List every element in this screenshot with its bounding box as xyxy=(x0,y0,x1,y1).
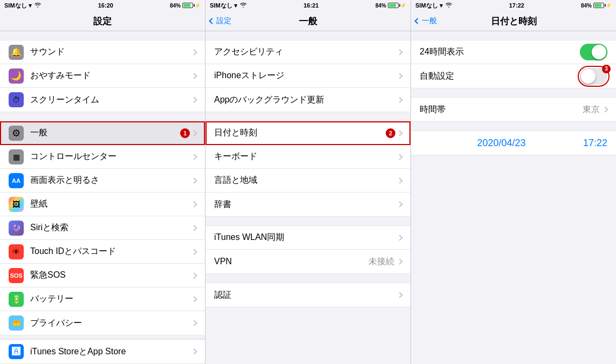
back-button-general[interactable]: 設定 xyxy=(210,16,231,26)
screentime-chevron xyxy=(191,97,197,102)
wallpaper-icon: 🖼 xyxy=(9,197,24,212)
back-button-datetime[interactable]: 一般 xyxy=(415,16,437,26)
settings-row-screentime[interactable]: ⏱ スクリーンタイム xyxy=(0,88,205,112)
battery-label: バッテリー xyxy=(30,293,192,305)
general-row-accessibility[interactable]: アクセシビリティ xyxy=(206,40,410,64)
date-display: 2020/04/23 xyxy=(420,138,583,149)
settings-row-privacy[interactable]: 🤲 プライバシー xyxy=(0,311,205,335)
touchid-chevron xyxy=(191,249,197,255)
datetime-row-autoset: 自動設定 3 xyxy=(411,64,616,88)
status-left-2: SIMなし ▾ xyxy=(210,2,247,10)
step-badge-3: 3 xyxy=(602,65,611,73)
settings-row-sos[interactable]: SOS 緊急SOS xyxy=(0,264,205,287)
display-chevron xyxy=(191,177,197,183)
back-chevron-datetime xyxy=(414,18,420,24)
language-chevron xyxy=(396,177,402,183)
settings-row-battery[interactable]: 🔋 バッテリー xyxy=(0,287,205,311)
step-badge-1: 1 xyxy=(180,128,190,138)
back-chevron-general xyxy=(209,18,215,24)
autoset-toggle-thumb xyxy=(581,69,596,84)
general-row-vpn[interactable]: VPN 未接続 xyxy=(206,250,410,273)
control-icon: ▦ xyxy=(9,149,24,164)
settings-row-general[interactable]: ⚙ 一般 1 xyxy=(0,121,205,145)
settings-header: 設定 xyxy=(0,11,205,31)
storage-label: iPhoneストレージ xyxy=(214,70,398,81)
accessibility-label: アクセシビリティ xyxy=(214,46,398,58)
general-chevron xyxy=(191,130,197,136)
general-row-keyboard[interactable]: キーボード xyxy=(206,145,410,169)
wifi-icon-2 xyxy=(239,2,247,9)
settings-group-top: 🔔 サウンド 🌙 おやすみモード ⏱ スクリーンタイム xyxy=(0,40,205,112)
wifi-icon-1 xyxy=(34,2,42,9)
auth-chevron xyxy=(396,292,402,298)
datetime-row-timezone[interactable]: 時間帯 東京 xyxy=(411,98,616,121)
wallpaper-chevron xyxy=(191,201,197,207)
timezone-value: 東京 xyxy=(583,104,600,115)
display-label: 画面表示と明るさ xyxy=(30,175,192,186)
control-chevron xyxy=(191,154,197,160)
time-display: 17:22 xyxy=(583,138,607,149)
battery-percent-1: 84% xyxy=(170,3,181,9)
general-row-language[interactable]: 言語と地域 xyxy=(206,169,410,193)
time-1: 16:20 xyxy=(98,2,113,9)
status-bar-panel2: SIMなし ▾ 16:21 84% ⚡ xyxy=(206,0,411,11)
vpn-label: VPN xyxy=(214,257,368,266)
settings-row-wallpaper[interactable]: 🖼 壁紙 xyxy=(0,193,205,216)
vpn-value: 未接続 xyxy=(368,256,394,267)
datetime-group-2: 時間帯 東京 xyxy=(411,97,616,122)
sound-label: サウンド xyxy=(30,46,192,58)
bolt-2: ⚡ xyxy=(400,3,406,8)
bolt-1: ⚡ xyxy=(195,3,201,8)
general-row-itunes-sync[interactable]: iTunes WLAN同期 xyxy=(206,226,410,250)
privacy-label: プライバシー xyxy=(30,318,192,329)
datetime-group-1: 24時間表示 自動設定 3 xyxy=(411,40,616,88)
settings-row-itunes[interactable]: 🅰 iTunes StoreとApp Store xyxy=(0,340,205,363)
general-title: 一般 xyxy=(214,15,402,28)
datetime-display-row[interactable]: 2020/04/23 17:22 xyxy=(411,131,616,155)
storage-chevron xyxy=(396,73,402,79)
itunes-sync-chevron xyxy=(396,235,402,241)
sos-label: 緊急SOS xyxy=(30,270,192,281)
sound-icon: 🔔 xyxy=(9,45,24,60)
24h-toggle-thumb xyxy=(592,45,606,59)
general-group-1: アクセシビリティ iPhoneストレージ Appのバックグラウンド更新 xyxy=(206,40,410,112)
touchid-icon: 👁 xyxy=(9,244,24,259)
battery-icon-3 xyxy=(593,3,604,8)
general-row-auth[interactable]: 認証 xyxy=(206,283,410,307)
battery-icon-row: 🔋 xyxy=(9,292,24,307)
24h-toggle[interactable] xyxy=(580,44,607,60)
battery-icon-1 xyxy=(182,3,193,8)
settings-row-control[interactable]: ▦ コントロールセンター xyxy=(0,145,205,169)
back-label-general: 設定 xyxy=(216,16,231,26)
general-row-datetime[interactable]: 日付と時刻 2 xyxy=(206,121,410,145)
dnd-chevron xyxy=(191,73,197,79)
timezone-label: 時間帯 xyxy=(420,104,583,115)
control-label: コントロールセンター xyxy=(30,151,192,162)
settings-row-dnd[interactable]: 🌙 おやすみモード xyxy=(0,64,205,88)
datetime-chevron xyxy=(396,130,402,136)
battery-icon-2 xyxy=(388,3,399,8)
privacy-chevron xyxy=(191,320,197,326)
settings-row-sound[interactable]: 🔔 サウンド xyxy=(0,40,205,64)
settings-title: 設定 xyxy=(9,15,196,28)
display-icon: AA xyxy=(9,173,24,188)
general-row-dict[interactable]: 辞書 xyxy=(206,193,410,216)
status-right-2: 84% ⚡ xyxy=(375,3,406,9)
datetime-title: 日付と時刻 xyxy=(420,15,607,28)
general-header: 設定 一般 xyxy=(206,11,410,31)
settings-row-display[interactable]: AA 画面表示と明るさ xyxy=(0,169,205,193)
keyboard-label: キーボード xyxy=(214,151,398,162)
itunes-label: iTunes StoreとApp Store xyxy=(30,346,192,358)
settings-row-siri[interactable]: 🔮 Siriと検索 xyxy=(0,216,205,240)
panel-settings: 設定 🔔 サウンド 🌙 おやすみモード ⏱ xyxy=(0,11,206,364)
touchid-label: Touch IDとパスコード xyxy=(30,246,192,257)
general-row-storage[interactable]: iPhoneストレージ xyxy=(206,64,410,88)
screentime-label: スクリーンタイム xyxy=(30,94,192,106)
accessibility-chevron xyxy=(396,49,402,55)
step-badge-2: 2 xyxy=(386,128,395,138)
datetime-row-24h: 24時間表示 xyxy=(411,40,616,64)
battery-percent-3: 84% xyxy=(581,3,592,9)
settings-row-touchid[interactable]: 👁 Touch IDとパスコード xyxy=(0,240,205,264)
settings-group-bottom: 🅰 iTunes StoreとApp Store xyxy=(0,339,205,364)
general-row-bgrefresh[interactable]: Appのバックグラウンド更新 xyxy=(206,88,410,112)
